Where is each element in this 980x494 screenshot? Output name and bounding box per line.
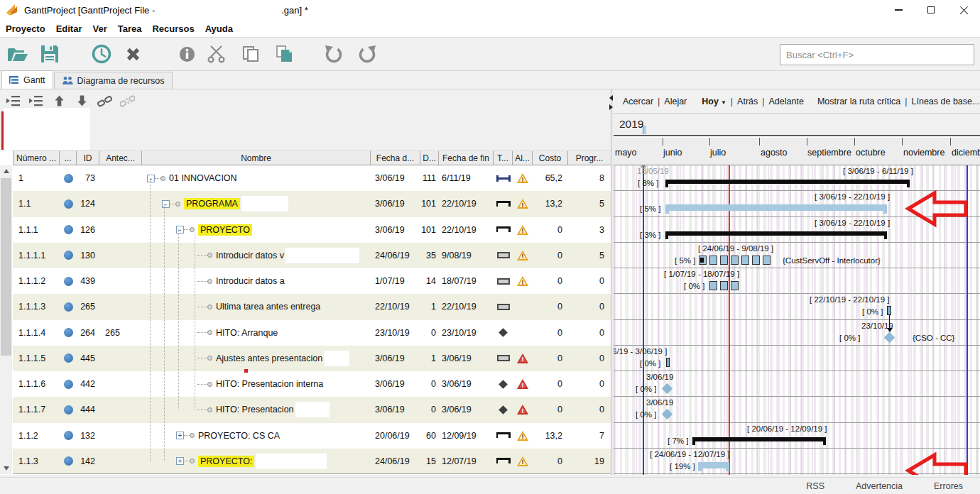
column-header[interactable]: Costo — [533, 150, 568, 165]
menu-item-editar[interactable]: Editar — [56, 23, 82, 34]
close-button[interactable] — [947, 0, 980, 20]
task-bar[interactable] — [699, 256, 771, 265]
move-up-icon[interactable] — [51, 94, 67, 107]
gantt-toolbar-item[interactable]: Acercar — [623, 97, 653, 106]
table-row[interactable]: 1.1.1.1130Introducir datos v24/06/19359/… — [13, 243, 611, 268]
expand-toggle[interactable]: + — [176, 457, 184, 465]
cell-fecha-inicio: 24/06/19 — [371, 243, 420, 268]
save-icon[interactable] — [39, 43, 60, 65]
table-row[interactable]: 1.1.1.5445Ajustes antes presentacion3/06… — [13, 346, 611, 371]
outdent-icon[interactable] — [6, 94, 21, 107]
redo-icon[interactable] — [356, 43, 378, 65]
gantt-toolbar-item[interactable]: Mostrar la ruta crítica — [817, 97, 900, 106]
tab-resources[interactable]: Diagrama de recursos — [54, 72, 173, 89]
gantt-toolbar-item[interactable]: Alejar — [664, 97, 687, 106]
expand-toggle[interactable]: - — [147, 175, 155, 182]
clock-icon[interactable] — [91, 43, 112, 65]
status-item-errores[interactable]: Errores — [934, 481, 963, 491]
cell-costo: 0 — [533, 371, 568, 397]
unlink-icon[interactable] — [119, 94, 135, 107]
summary-bar[interactable] — [665, 180, 910, 188]
milestone-diamond[interactable] — [884, 331, 895, 343]
table-row[interactable]: 173-01 INNOVACION3/06/191116/11/1965,28 — [13, 165, 611, 191]
menu-item-ayuda[interactable]: Ayuda — [205, 23, 233, 34]
table-row[interactable]: 1.1.3142+PROYECTO:24/06/191512/07/19019 — [13, 449, 611, 474]
cell-fecha-fin: 22/10/19 — [439, 217, 494, 243]
cell-alerta — [513, 371, 533, 397]
scroll-up-arrow[interactable] — [0, 165, 12, 177]
table-row[interactable]: 1.1.1.7444HITO: Presentacion3/06/1903/06… — [13, 397, 611, 422]
summary-bar[interactable] — [665, 231, 887, 240]
task-name: PROYECTO: CS CA — [198, 431, 280, 441]
table-row[interactable]: 1.1.1.4264265HITO: Arranque23/10/19023/1… — [13, 320, 611, 346]
task-bar[interactable] — [709, 281, 739, 290]
column-header[interactable]: D... — [420, 150, 439, 165]
status-item-advertencia[interactable]: Advertencia — [856, 481, 903, 491]
column-header[interactable]: Fecha de fin — [439, 150, 494, 165]
cell-fecha-fin: 12/07/19 — [439, 449, 494, 474]
table-row[interactable]: 1.1.2132+PROYECTO: CS CA20/06/196012/09/… — [13, 423, 611, 449]
maximize-button[interactable] — [915, 0, 947, 20]
table-row[interactable]: 1.1.1.2439Introducir datos a1/07/191418/… — [13, 268, 611, 294]
milestone-diamond[interactable] — [662, 409, 673, 420]
properties-icon[interactable] — [176, 43, 197, 65]
menu-item-ver[interactable]: Ver — [92, 23, 107, 34]
task-bar[interactable] — [887, 306, 891, 315]
copy-icon[interactable] — [240, 43, 261, 65]
gantt-toolbar-item[interactable]: Adelante — [769, 97, 804, 106]
milestone-diamond[interactable] — [662, 383, 673, 395]
tab-gantt-label: Gantt — [23, 75, 45, 85]
task-bar[interactable] — [666, 358, 670, 367]
table-row[interactable]: 1.1.1.6442HITO: Presentacion interna3/06… — [13, 371, 611, 397]
move-down-icon[interactable] — [74, 94, 89, 107]
table-row[interactable]: 1.1124-PROGRAMA3/06/1910122/10/1913,25 — [13, 191, 611, 216]
highlighted-summary-bar[interactable] — [698, 462, 729, 472]
task-name: HITO: Presentacion interna — [216, 379, 323, 389]
open-icon[interactable] — [7, 43, 28, 65]
gantt-toolbar-item[interactable]: Hoy▼ — [702, 97, 726, 106]
column-header[interactable]: Antec... — [99, 150, 142, 165]
cut-icon[interactable] — [206, 43, 227, 65]
expand-toggle[interactable]: + — [176, 432, 184, 439]
column-header[interactable]: Nombre — [142, 150, 371, 165]
cell-tipo — [494, 346, 513, 371]
menu-item-recursos[interactable]: Recursos — [152, 23, 194, 34]
collapse-left-icon[interactable] — [609, 95, 613, 101]
task-name: HITO: Arranque — [216, 328, 278, 338]
column-header[interactable]: T... — [494, 150, 513, 165]
column-header[interactable]: ID — [77, 150, 99, 165]
table-scrollbar[interactable] — [0, 165, 12, 474]
status-item-rss[interactable]: RSS — [806, 481, 824, 491]
menu-item-proyecto[interactable]: Proyecto — [6, 23, 45, 34]
tab-gantt[interactable]: Gantt — [1, 70, 53, 89]
delete-icon[interactable] — [122, 43, 143, 65]
menu-item-tarea[interactable]: Tarea — [118, 23, 142, 34]
cell-fecha-inicio: 1/07/19 — [371, 268, 420, 294]
table-row[interactable]: 1.1.1126-PROYECTO3/06/1910122/10/1903 — [13, 217, 611, 243]
summary-bar[interactable] — [692, 437, 826, 446]
highlighted-summary-bar[interactable] — [665, 204, 887, 214]
undo-icon[interactable] — [323, 43, 344, 65]
column-header[interactable]: ... — [60, 150, 77, 165]
column-header[interactable]: Fecha d... — [371, 150, 420, 165]
column-header[interactable]: Número ... — [13, 150, 60, 165]
paste-icon[interactable] — [273, 43, 295, 65]
column-header[interactable]: Progr... — [568, 150, 611, 165]
column-header[interactable]: Al... — [513, 150, 533, 165]
indent-icon[interactable] — [28, 94, 44, 107]
expand-toggle[interactable]: - — [162, 200, 170, 208]
search-input[interactable] — [780, 44, 974, 65]
cell-fecha-inicio: 20/06/19 — [371, 423, 420, 449]
expand-toggle[interactable]: - — [176, 226, 184, 234]
minimize-button[interactable] — [882, 0, 915, 20]
gantt-toolbar-item[interactable]: Líneas de base... — [912, 97, 980, 106]
collapse-right-icon[interactable] — [609, 104, 613, 110]
scroll-down-arrow[interactable] — [0, 463, 12, 474]
link-icon[interactable] — [97, 94, 112, 107]
toolbar-separator: | — [905, 97, 907, 106]
gantt-toolbar-item[interactable]: Atrás — [737, 97, 758, 106]
cell-numero: 1.1.1 — [13, 217, 60, 243]
table-row[interactable]: 1.1.1.3265Ultima tarea antes entrega22/1… — [13, 294, 611, 319]
scrollbar-thumb[interactable] — [1, 178, 11, 356]
progress-tick — [700, 258, 704, 263]
